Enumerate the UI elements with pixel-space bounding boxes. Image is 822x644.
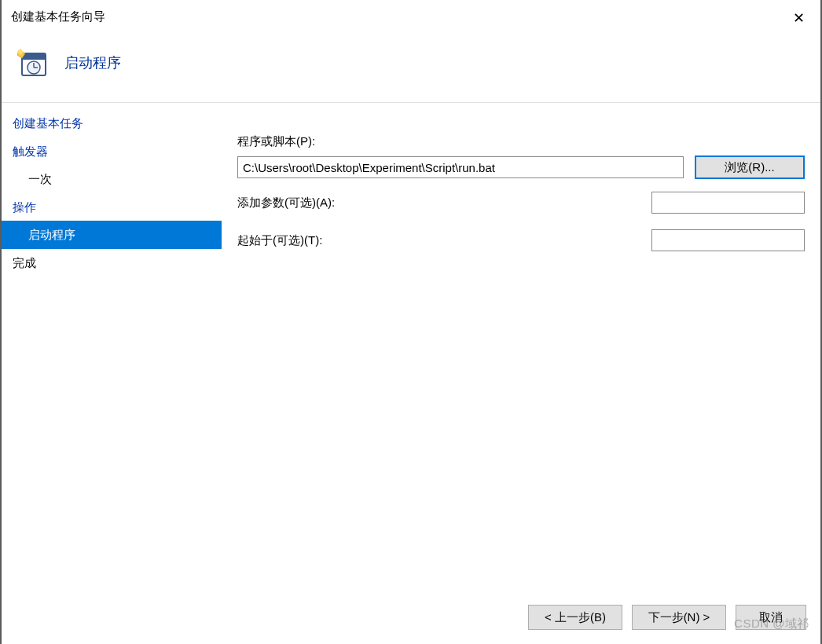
- page-title: 启动程序: [64, 53, 121, 72]
- arguments-input[interactable]: [651, 192, 805, 214]
- wizard-header: 启动程序: [2, 31, 820, 102]
- startin-input[interactable]: [651, 229, 805, 251]
- next-button[interactable]: 下一步(N) >: [632, 605, 726, 630]
- wizard-window: 创建基本任务向导 ✕ 启动程序 创建基本任务 触发器 一次 操作 启动程序 完成: [0, 0, 822, 644]
- sidebar-item-action[interactable]: 操作: [2, 193, 222, 221]
- arguments-label: 添加参数(可选)(A):: [237, 196, 347, 210]
- browse-button[interactable]: 浏览(R)...: [695, 156, 805, 179]
- content-area: 创建基本任务 触发器 一次 操作 启动程序 完成 程序或脚本(P): 浏览(R)…: [2, 102, 820, 594]
- sidebar-item-finish[interactable]: 完成: [2, 249, 222, 277]
- cancel-button[interactable]: 取消: [736, 605, 806, 630]
- startin-label: 起始于(可选)(T):: [237, 233, 347, 248]
- program-row: 程序或脚本(P): 浏览(R)...: [237, 134, 805, 179]
- wizard-sidebar: 创建基本任务 触发器 一次 操作 启动程序 完成: [2, 103, 222, 594]
- task-wizard-icon: [17, 47, 49, 79]
- startin-row: 起始于(可选)(T):: [237, 229, 805, 251]
- close-icon[interactable]: ✕: [788, 9, 809, 27]
- sidebar-item-start-program[interactable]: 启动程序: [2, 221, 222, 249]
- wizard-footer: < 上一步(B) 下一步(N) > 取消: [2, 594, 820, 644]
- svg-rect-1: [22, 53, 46, 60]
- back-button[interactable]: < 上一步(B): [528, 605, 622, 630]
- arguments-row: 添加参数(可选)(A):: [237, 192, 805, 214]
- titlebar: 创建基本任务向导 ✕: [2, 0, 820, 31]
- program-path-input[interactable]: [237, 156, 684, 178]
- main-panel: 程序或脚本(P): 浏览(R)... 添加参数(可选)(A): 起始于(可选)(…: [222, 103, 820, 594]
- sidebar-item-trigger[interactable]: 触发器: [2, 137, 222, 166]
- window-title: 创建基本任务向导: [11, 9, 105, 24]
- sidebar-item-once[interactable]: 一次: [2, 165, 222, 193]
- program-label: 程序或脚本(P):: [237, 134, 805, 149]
- sidebar-item-create-basic-task[interactable]: 创建基本任务: [2, 109, 222, 137]
